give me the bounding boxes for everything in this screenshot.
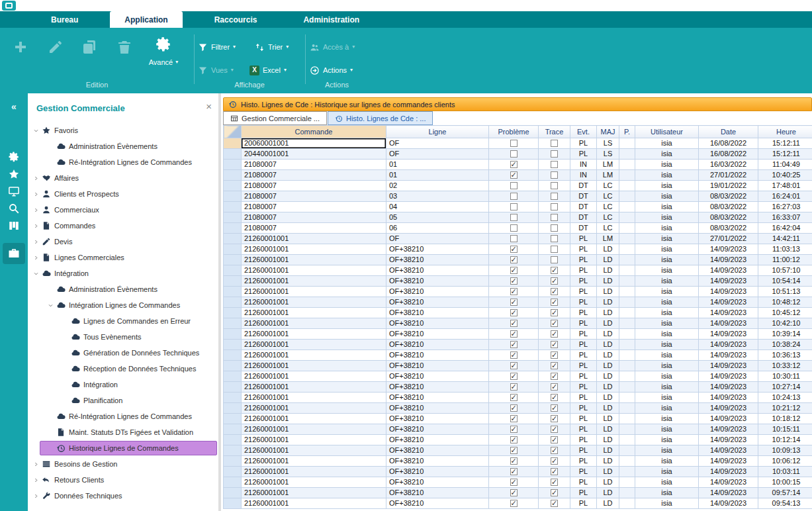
cell-commande[interactable]: 21080007: [242, 170, 386, 181]
cell-maj[interactable]: LD: [597, 382, 619, 393]
cell-trace[interactable]: [539, 498, 570, 509]
checkbox-unchecked-icon[interactable]: [551, 182, 558, 189]
row-selector[interactable]: [224, 234, 242, 244]
cell-utilisateur[interactable]: isia: [635, 181, 699, 191]
grid-row[interactable]: 21260001001OF+38210PLLDisia14/09/202310:…: [224, 445, 812, 456]
cell-evt[interactable]: PL: [570, 467, 597, 477]
cell-maj[interactable]: LD: [597, 350, 619, 361]
cell-date[interactable]: 14/09/2023: [699, 414, 758, 424]
column-header-commande[interactable]: Commande: [242, 126, 386, 138]
cell-heure[interactable]: 16:24:01: [758, 191, 812, 202]
expander-open-icon[interactable]: [30, 271, 41, 277]
cell-maj[interactable]: LD: [597, 276, 619, 287]
cell-date[interactable]: 14/09/2023: [699, 371, 758, 382]
checkbox-checked-icon[interactable]: [510, 436, 518, 443]
row-selector[interactable]: [224, 467, 242, 477]
edit-button[interactable]: [44, 36, 67, 58]
cell-heure[interactable]: 09:54:13: [758, 498, 812, 509]
cell-utilisateur[interactable]: isia: [635, 382, 699, 393]
cell-commande[interactable]: 21260001001: [242, 414, 386, 424]
checkbox-checked-icon[interactable]: [510, 394, 518, 401]
checkbox-checked-icon[interactable]: [510, 479, 518, 486]
cell-trace[interactable]: [539, 244, 570, 255]
column-header-probl-me[interactable]: Problème: [489, 126, 539, 138]
cell-commande[interactable]: 21260001001: [242, 350, 386, 361]
cell-p[interactable]: [619, 255, 635, 265]
cell-ligne[interactable]: OF+38210: [386, 456, 489, 467]
cell-commande[interactable]: 21080007: [242, 223, 386, 234]
cell-trace[interactable]: [539, 138, 570, 149]
cell-commande[interactable]: 21260001001: [242, 265, 386, 276]
checkbox-checked-icon[interactable]: [551, 394, 558, 401]
cell-commande[interactable]: 21260001001: [242, 393, 386, 403]
cell-probl-me[interactable]: [489, 149, 539, 160]
grid-row[interactable]: 2108000701INLMisia16/03/202211:04:49: [224, 160, 812, 170]
cell-heure[interactable]: 16:33:07: [758, 212, 812, 223]
cell-probl-me[interactable]: [489, 403, 539, 414]
cell-heure[interactable]: 10:38:24: [758, 340, 812, 350]
checkbox-checked-icon[interactable]: [551, 383, 558, 391]
tab-application[interactable]: Application: [110, 11, 182, 28]
cell-commande[interactable]: 21260001001: [242, 308, 386, 318]
cell-probl-me[interactable]: [489, 244, 539, 255]
tree-item-affaires[interactable]: Affaires: [28, 170, 218, 186]
checkbox-unchecked-icon[interactable]: [551, 203, 558, 210]
cell-probl-me[interactable]: [489, 445, 539, 456]
checkbox-checked-icon[interactable]: [510, 288, 518, 295]
cell-evt[interactable]: PL: [570, 329, 597, 340]
expander-closed-icon[interactable]: [30, 461, 41, 467]
cell-heure[interactable]: 10:51:13: [758, 287, 812, 297]
tree-item-devis[interactable]: Devis: [28, 234, 218, 250]
views-strip-button[interactable]: [5, 217, 23, 234]
cell-trace[interactable]: [539, 477, 570, 488]
cell-date[interactable]: 14/09/2023: [699, 477, 758, 488]
column-header-p[interactable]: P.: [619, 126, 635, 138]
cell-date[interactable]: 14/09/2023: [699, 340, 758, 350]
row-selector[interactable]: [224, 414, 242, 424]
cell-commande[interactable]: 21260001001: [242, 382, 386, 393]
tree-item-clients-et-prospects[interactable]: Clients et Prospects: [28, 186, 218, 202]
cell-heure[interactable]: 10:42:10: [758, 318, 812, 329]
cell-date[interactable]: 08/03/2022: [699, 202, 758, 212]
cell-ligne[interactable]: 06: [386, 223, 489, 234]
checkbox-unchecked-icon[interactable]: [510, 235, 518, 242]
cell-utilisateur[interactable]: isia: [635, 160, 699, 170]
checkbox-unchecked-icon[interactable]: [551, 224, 558, 232]
cell-maj[interactable]: LD: [597, 477, 619, 488]
cell-probl-me[interactable]: [489, 488, 539, 498]
cell-probl-me[interactable]: [489, 329, 539, 340]
cell-probl-me[interactable]: [489, 223, 539, 234]
tree-item-maint-statuts-dts-fig-es-et-validation[interactable]: Maint. Statuts DTs Figées et Validation: [28, 424, 218, 440]
tree-item-historique-lignes-de-commandes[interactable]: Historique Lignes de Commandes: [28, 440, 218, 456]
cell-maj[interactable]: LD: [597, 265, 619, 276]
expander-closed-icon[interactable]: [30, 239, 41, 245]
tree-item-retours-clients[interactable]: Retours Clients: [28, 472, 218, 488]
row-selector[interactable]: [224, 138, 242, 149]
cell-utilisateur[interactable]: isia: [635, 276, 699, 287]
collapse-panel-icon[interactable]: «: [11, 102, 17, 111]
cell-heure[interactable]: 10:48:12: [758, 297, 812, 308]
grid-row[interactable]: 20440001001OFPLLSisia16/08/202215:12:11: [224, 149, 812, 160]
grid-row[interactable]: 2108000706DTLCisia08/03/202216:42:04: [224, 223, 812, 234]
cell-ligne[interactable]: OF+38210: [386, 488, 489, 498]
checkbox-checked-icon[interactable]: [510, 415, 518, 422]
cell-date[interactable]: 16/08/2022: [699, 149, 758, 160]
cell-trace[interactable]: [539, 308, 570, 318]
cell-ligne[interactable]: 04: [386, 202, 489, 212]
cell-utilisateur[interactable]: isia: [635, 371, 699, 382]
cell-commande[interactable]: 21260001001: [242, 498, 386, 509]
cell-date[interactable]: 14/09/2023: [699, 287, 758, 297]
cell-ligne[interactable]: 03: [386, 191, 489, 202]
checkbox-checked-icon[interactable]: [551, 468, 558, 475]
expander-closed-icon[interactable]: [30, 477, 41, 483]
checkbox-checked-icon[interactable]: [510, 161, 518, 168]
cell-ligne[interactable]: OF+38210: [386, 414, 489, 424]
checkbox-unchecked-icon[interactable]: [510, 140, 518, 147]
cell-p[interactable]: [619, 488, 635, 498]
cell-commande[interactable]: 21080007: [242, 181, 386, 191]
cell-ligne[interactable]: OF+38210: [386, 467, 489, 477]
cell-maj[interactable]: LD: [597, 340, 619, 350]
cell-maj[interactable]: LD: [597, 297, 619, 308]
grid-row[interactable]: 21260001001OF+38210PLLDisia14/09/202310:…: [224, 297, 812, 308]
cell-ligne[interactable]: OF+38210: [386, 424, 489, 435]
